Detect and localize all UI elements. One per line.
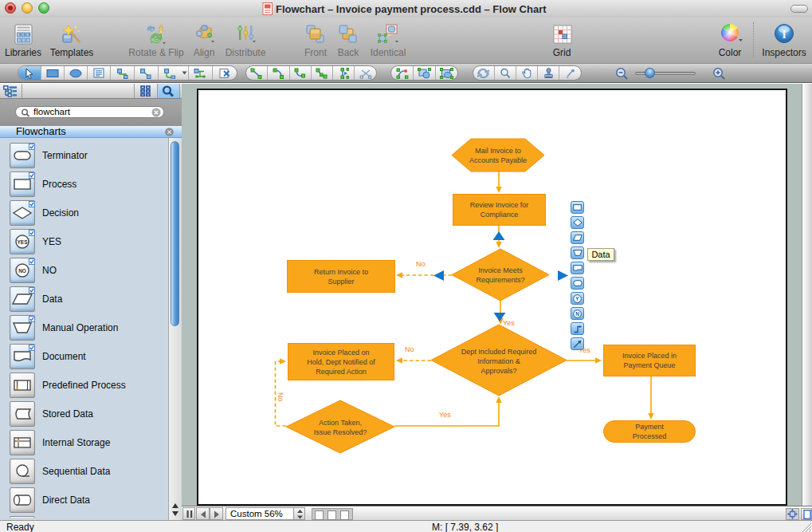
- svg-text:N: N: [575, 311, 579, 317]
- svg-text:Y: Y: [575, 296, 579, 301]
